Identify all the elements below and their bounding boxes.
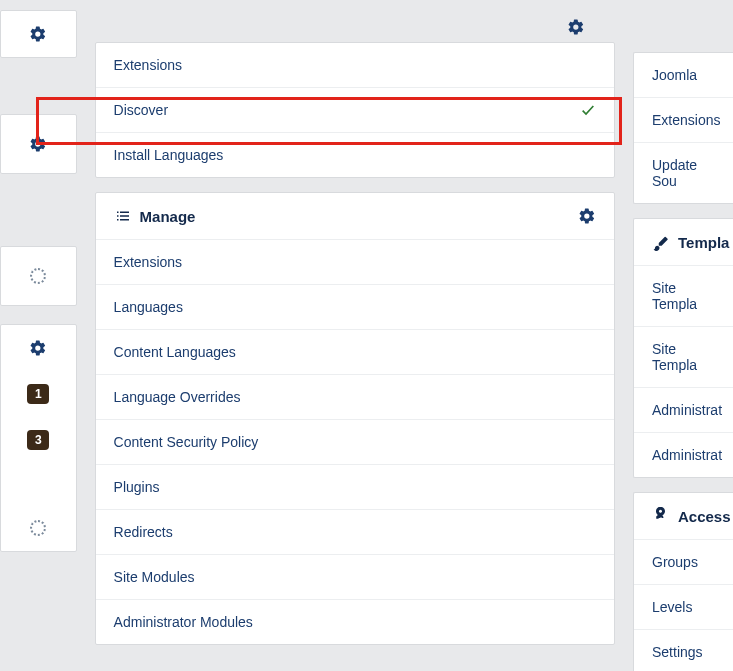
manage-item-admin-modules[interactable]: Administrator Modules xyxy=(96,600,614,644)
gear-icon xyxy=(29,135,47,153)
manage-item-csp[interactable]: Content Security Policy xyxy=(96,420,614,465)
access-item-settings[interactable]: Settings xyxy=(634,630,733,671)
badge-count: 1 xyxy=(27,384,49,404)
update-item-sources[interactable]: Update Sou xyxy=(634,143,733,203)
install-panel: Extensions Discover Install Languages xyxy=(95,42,615,178)
templates-item-site-1[interactable]: Site Templa xyxy=(634,266,733,327)
install-item-discover[interactable]: Discover xyxy=(96,88,614,133)
manage-item-site-modules[interactable]: Site Modules xyxy=(96,555,614,600)
left-gear-row-2[interactable] xyxy=(1,115,76,173)
list-item-label: Administrat xyxy=(652,447,722,463)
left-card-4: 1 3 xyxy=(0,324,77,552)
spinner-icon xyxy=(30,520,46,536)
manage-item-language-overrides[interactable]: Language Overrides xyxy=(96,375,614,420)
access-panel-header: Access xyxy=(634,493,733,540)
list-item-label: Plugins xyxy=(114,479,160,495)
install-item-extensions[interactable]: Extensions xyxy=(96,43,614,88)
manage-panel: Manage Extensions Languages Content Lang… xyxy=(95,192,615,645)
left-badge-row-1[interactable]: 1 xyxy=(1,371,76,417)
access-item-groups[interactable]: Groups xyxy=(634,540,733,585)
list-item-label: Discover xyxy=(114,102,168,118)
check-icon xyxy=(580,102,596,118)
templates-panel: Templa Site Templa Site Templa Administr… xyxy=(633,218,733,478)
templates-panel-header: Templa xyxy=(634,219,733,266)
list-item-label: Settings xyxy=(652,644,703,660)
list-item-label: Levels xyxy=(652,599,692,615)
install-panel-header xyxy=(95,0,615,42)
manage-item-redirects[interactable]: Redirects xyxy=(96,510,614,555)
spinner-icon xyxy=(30,268,46,284)
manage-panel-header: Manage xyxy=(96,193,614,240)
manage-item-extensions[interactable]: Extensions xyxy=(96,240,614,285)
left-badge-row-2[interactable]: 3 xyxy=(1,417,76,463)
access-panel: Access Groups Levels Settings Text Filte… xyxy=(633,492,733,671)
left-gear-row[interactable] xyxy=(1,11,76,57)
list-item-label: Content Languages xyxy=(114,344,236,360)
gear-icon xyxy=(29,339,47,357)
list-item-label: Administrator Modules xyxy=(114,614,253,630)
brush-icon xyxy=(652,233,670,251)
install-item-install-languages[interactable]: Install Languages xyxy=(96,133,614,177)
list-item-label: Groups xyxy=(652,554,698,570)
panel-title: Manage xyxy=(140,208,196,225)
manage-item-plugins[interactable]: Plugins xyxy=(96,465,614,510)
templates-item-admin-1[interactable]: Administrat xyxy=(634,388,733,433)
list-item-label: Site Templa xyxy=(652,280,715,312)
key-icon xyxy=(652,507,670,525)
list-item-label: Content Security Policy xyxy=(114,434,259,450)
gear-icon xyxy=(29,25,47,43)
left-spinner-row-1 xyxy=(1,247,76,305)
list-item-label: Redirects xyxy=(114,524,173,540)
manage-item-languages[interactable]: Languages xyxy=(96,285,614,330)
list-item-label: Site Templa xyxy=(652,341,715,373)
panel-title: Access xyxy=(678,508,731,525)
manage-item-content-languages[interactable]: Content Languages xyxy=(96,330,614,375)
badge-count: 3 xyxy=(27,430,49,450)
left-card-2 xyxy=(0,114,77,174)
left-card-1 xyxy=(0,10,77,58)
list-item-label: Languages xyxy=(114,299,183,315)
list-item-label: Site Modules xyxy=(114,569,195,585)
list-icon xyxy=(114,207,132,225)
left-gear-row-3[interactable] xyxy=(1,325,76,371)
panel-title: Templa xyxy=(678,234,729,251)
update-item-joomla[interactable]: Joomla xyxy=(634,53,733,98)
left-card-3 xyxy=(0,246,77,306)
gear-icon[interactable] xyxy=(567,18,585,36)
update-panel: Joomla Extensions Update Sou xyxy=(633,52,733,204)
templates-item-site-2[interactable]: Site Templa xyxy=(634,327,733,388)
list-item-label: Update Sou xyxy=(652,157,715,189)
list-item-label: Joomla xyxy=(652,67,697,83)
access-item-levels[interactable]: Levels xyxy=(634,585,733,630)
list-item-label: Install Languages xyxy=(114,147,224,163)
list-item-label: Extensions xyxy=(114,57,182,73)
list-item-label: Language Overrides xyxy=(114,389,241,405)
left-spinner-row-2 xyxy=(1,505,76,551)
templates-item-admin-2[interactable]: Administrat xyxy=(634,433,733,477)
middle-column: Extensions Discover Install Languages Ma… xyxy=(95,0,615,671)
left-column: 1 3 xyxy=(0,0,77,671)
right-column: Joomla Extensions Update Sou Templa Site… xyxy=(633,52,733,671)
gear-icon[interactable] xyxy=(578,207,596,225)
list-item-label: Extensions xyxy=(652,112,720,128)
list-item-label: Extensions xyxy=(114,254,182,270)
update-item-extensions[interactable]: Extensions xyxy=(634,98,733,143)
list-item-label: Administrat xyxy=(652,402,722,418)
